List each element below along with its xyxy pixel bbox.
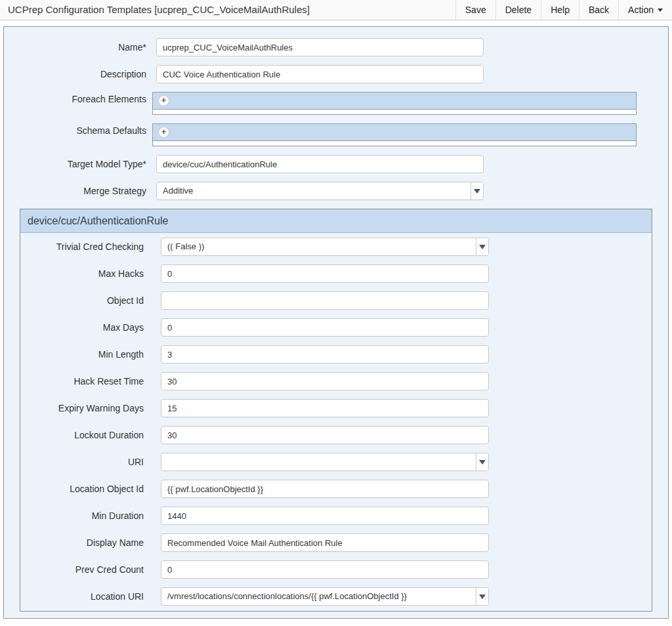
location-uri-select[interactable]: /vmrest/locations/connectionlocations/{{… — [161, 587, 489, 606]
dropdown-arrow-icon[interactable] — [476, 588, 488, 605]
action-menu-button[interactable]: Action — [618, 0, 672, 20]
form-row-display-name: Display Name — [20, 533, 652, 552]
form-row-uri: URI — [20, 453, 652, 471]
trivial-cred-checking-select[interactable]: (( False )) — [161, 238, 489, 256]
expiry-warning-days-label: Expiry Warning Days — [20, 399, 144, 417]
form-row-target-model-type: Target Model Type* — [4, 155, 668, 173]
display-name-label: Display Name — [20, 533, 144, 552]
hack-reset-time-input[interactable] — [161, 372, 489, 390]
schema-defaults-widget: + — [152, 123, 637, 146]
location-uri-label: Location URI — [20, 587, 144, 606]
location-object-id-input[interactable] — [161, 480, 489, 498]
triangle-glyph — [474, 189, 480, 194]
location-uri-value: /vmrest/locations/connectionlocations/{{… — [161, 588, 476, 605]
name-label: Name* — [4, 38, 146, 56]
dropdown-arrow-icon[interactable] — [476, 453, 488, 470]
form-row-prev-cred-count: Prev Cred Count — [20, 560, 652, 579]
uri-label: URI — [20, 453, 144, 471]
description-label: Description — [4, 65, 146, 83]
dropdown-arrow-icon[interactable] — [471, 182, 483, 199]
foreach-elements-header: + — [153, 93, 636, 110]
form-row-merge-strategy: Merge Strategy Additive — [4, 182, 668, 200]
action-menu-label: Action — [628, 0, 654, 20]
target-model-type-input[interactable] — [156, 155, 484, 173]
prev-cred-count-label: Prev Cred Count — [20, 560, 144, 579]
form-row-lockout-duration: Lockout Duration — [20, 426, 652, 444]
target-model-type-label: Target Model Type* — [4, 155, 146, 173]
schema-defaults-header: + — [153, 124, 636, 141]
location-object-id-label: Location Object Id — [20, 480, 144, 498]
description-input[interactable] — [156, 65, 484, 83]
form-row-location-uri: Location URI /vmrest/locations/connectio… — [20, 587, 652, 606]
prev-cred-count-input[interactable] — [161, 560, 489, 579]
object-id-label: Object Id — [20, 291, 144, 310]
merge-strategy-value: Additive — [157, 182, 471, 199]
form-row-foreach-elements: Foreach Elements + — [4, 92, 668, 115]
back-button[interactable]: Back — [579, 0, 618, 20]
name-input[interactable] — [156, 38, 484, 56]
trivial-cred-checking-value: (( False )) — [161, 238, 476, 255]
foreach-elements-label: Foreach Elements — [4, 92, 146, 115]
max-hacks-input[interactable] — [161, 264, 489, 283]
delete-button[interactable]: Delete — [495, 0, 541, 20]
form-row-trivial-cred-checking: Trivial Cred Checking (( False )) — [20, 238, 652, 256]
schema-defaults-scrollbar[interactable] — [153, 141, 636, 146]
triangle-glyph — [479, 460, 486, 465]
form-row-description: Description — [4, 65, 668, 83]
lockout-duration-input[interactable] — [161, 426, 489, 444]
merge-strategy-label: Merge Strategy — [4, 182, 146, 200]
form-row-min-length: Min Length — [20, 345, 652, 364]
triangle-glyph — [479, 245, 486, 249]
object-id-input[interactable] — [161, 291, 489, 310]
form-row-location-object-id: Location Object Id — [20, 480, 652, 498]
help-button[interactable]: Help — [541, 0, 579, 20]
caret-down-icon — [658, 9, 663, 12]
foreach-elements-scrollbar[interactable] — [153, 110, 636, 114]
hack-reset-time-label: Hack Reset Time — [20, 372, 144, 390]
section-title: device/cuc/AuthenticationRule — [20, 209, 652, 233]
min-length-label: Min Length — [20, 345, 144, 364]
form-row-schema-defaults: Schema Defaults + — [4, 123, 668, 146]
form-row-max-days: Max Days — [20, 318, 652, 337]
expiry-warning-days-input[interactable] — [161, 399, 489, 417]
min-duration-input[interactable] — [161, 507, 489, 525]
save-button[interactable]: Save — [455, 0, 495, 20]
merge-strategy-select[interactable]: Additive — [156, 182, 484, 200]
foreach-elements-widget: + — [152, 92, 637, 115]
page-title: UCPrep Configuration Templates [ucprep_C… — [0, 0, 310, 20]
section-body: Trivial Cred Checking (( False )) Max Ha… — [20, 233, 652, 611]
min-length-input[interactable] — [161, 345, 489, 364]
form-row-expiry-warning-days: Expiry Warning Days — [20, 399, 652, 417]
trivial-cred-checking-label: Trivial Cred Checking — [20, 238, 144, 256]
display-name-input[interactable] — [161, 533, 489, 552]
add-icon[interactable]: + — [158, 127, 169, 138]
configuration-template-form: Name* Description Foreach Elements + Sch… — [3, 26, 669, 619]
triangle-glyph — [479, 595, 486, 599]
top-toolbar: UCPrep Configuration Templates [ucprep_C… — [0, 0, 672, 20]
authentication-rule-section: device/cuc/AuthenticationRule Trivial Cr… — [20, 209, 652, 612]
lockout-duration-label: Lockout Duration — [20, 426, 144, 444]
form-row-min-duration: Min Duration — [20, 507, 652, 525]
form-row-object-id: Object Id — [20, 291, 652, 310]
form-row-hack-reset-time: Hack Reset Time — [20, 372, 652, 390]
toolbar-actions: Save Delete Help Back Action — [455, 0, 672, 20]
min-duration-label: Min Duration — [20, 507, 144, 525]
uri-value — [161, 453, 476, 470]
max-hacks-label: Max Hacks — [20, 264, 144, 283]
schema-defaults-label: Schema Defaults — [4, 123, 146, 146]
add-icon[interactable]: + — [158, 95, 169, 106]
form-row-max-hacks: Max Hacks — [20, 264, 652, 283]
dropdown-arrow-icon[interactable] — [476, 238, 488, 255]
uri-select[interactable] — [161, 453, 489, 471]
max-days-input[interactable] — [161, 318, 489, 337]
form-row-name: Name* — [4, 38, 668, 56]
max-days-label: Max Days — [20, 318, 144, 337]
